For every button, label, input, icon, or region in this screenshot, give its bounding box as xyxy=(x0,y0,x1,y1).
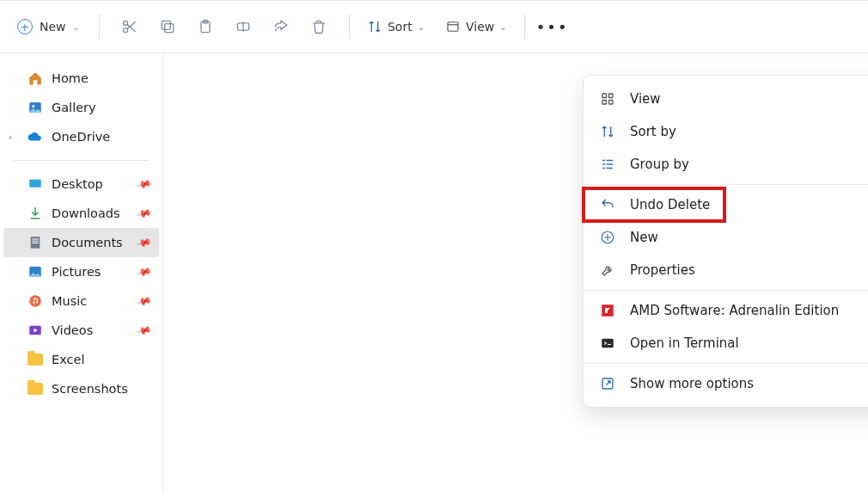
context-menu-item-label: Group by xyxy=(630,157,689,172)
context-menu-item-label: View xyxy=(630,91,661,107)
sidebar-item-label: Videos xyxy=(52,323,93,337)
wrench-icon xyxy=(599,261,616,279)
context-menu-item-sortby[interactable]: Sort by › xyxy=(584,115,868,148)
context-menu-separator xyxy=(584,290,868,291)
context-menu-item-terminal[interactable]: Open in Terminal xyxy=(584,327,868,360)
desktop-icon xyxy=(28,176,43,192)
ellipsis-icon: ••• xyxy=(536,18,569,36)
cloud-icon xyxy=(28,129,43,145)
context-menu-item-label: AMD Software: Adrenalin Edition xyxy=(630,303,839,318)
music-icon xyxy=(28,293,43,309)
context-menu-item-new[interactable]: New › xyxy=(584,221,868,254)
copy-icon xyxy=(159,18,176,35)
sidebar-item-home[interactable]: Home xyxy=(3,64,159,93)
pin-icon: 📌 xyxy=(136,234,153,251)
pin-icon: 📌 xyxy=(136,322,153,339)
sidebar-item-label: Screenshots xyxy=(52,382,128,396)
context-menu-separator xyxy=(584,363,868,364)
gallery-icon xyxy=(28,100,43,115)
view-label: View xyxy=(466,20,494,34)
document-icon xyxy=(28,235,43,250)
sidebar-item-label: Downloads xyxy=(52,206,120,220)
svg-rect-20 xyxy=(602,94,607,98)
context-menu-item-label: Properties xyxy=(630,262,695,278)
sort-icon xyxy=(367,19,382,34)
context-menu-item-undo-delete[interactable]: Undo Delete Ctrl+Z xyxy=(584,188,868,221)
pin-icon: 📌 xyxy=(136,175,153,193)
expand-icon xyxy=(599,375,616,392)
svg-rect-12 xyxy=(32,239,39,240)
sidebar-item-excel[interactable]: Excel xyxy=(3,345,159,374)
main-area: Home Gallery › OneDrive Desktop 📌 xyxy=(0,53,868,492)
amd-icon xyxy=(599,302,616,319)
svg-rect-3 xyxy=(162,21,170,29)
sidebar-item-documents[interactable]: Documents 📌 xyxy=(3,228,159,257)
view-button[interactable]: View ⌄ xyxy=(440,14,512,40)
context-menu-item-label: Open in Terminal xyxy=(630,335,739,351)
sidebar-item-downloads[interactable]: Downloads 📌 xyxy=(3,199,159,228)
context-menu-item-label: Undo Delete xyxy=(630,197,710,212)
toolbar-separator xyxy=(349,15,350,39)
rename-button[interactable] xyxy=(225,9,261,45)
delete-button[interactable] xyxy=(301,9,337,45)
chevron-down-icon: ⌄ xyxy=(418,22,425,32)
grid-icon xyxy=(599,90,616,108)
sidebar-item-screenshots[interactable]: Screenshots xyxy=(3,374,159,403)
svg-point-17 xyxy=(33,302,34,304)
context-menu-item-properties[interactable]: Properties Alt+Enter xyxy=(584,254,868,286)
svg-rect-7 xyxy=(448,22,458,32)
download-icon xyxy=(28,206,43,221)
svg-rect-10 xyxy=(29,180,41,188)
context-menu-item-show-more[interactable]: Show more options xyxy=(584,367,868,400)
sidebar-item-label: Desktop xyxy=(52,177,103,191)
chevron-down-icon: ⌄ xyxy=(73,22,80,32)
svg-rect-22 xyxy=(602,101,607,105)
svg-rect-2 xyxy=(165,24,174,33)
sort-button[interactable]: Sort ⌄ xyxy=(362,14,430,40)
trash-icon xyxy=(310,18,327,35)
context-menu-item-label: New xyxy=(630,230,658,245)
chevron-down-icon: ⌄ xyxy=(499,22,506,32)
plus-circle-icon: + xyxy=(17,19,33,34)
svg-rect-23 xyxy=(609,101,614,105)
sidebar-item-onedrive[interactable]: › OneDrive xyxy=(3,122,159,151)
sidebar-item-videos[interactable]: Videos 📌 xyxy=(3,316,159,345)
sidebar-item-label: Music xyxy=(52,294,87,308)
toolbar-separator xyxy=(99,15,100,39)
sidebar-item-music[interactable]: Music 📌 xyxy=(3,286,159,316)
pin-icon: 📌 xyxy=(136,292,153,310)
sidebar-item-label: Gallery xyxy=(52,101,96,114)
more-button[interactable]: ••• xyxy=(537,9,568,45)
svg-rect-13 xyxy=(32,241,39,242)
toolbar: + New ⌄ Sort ⌄ View ⌄ ••• xyxy=(0,0,868,53)
pictures-icon xyxy=(28,264,43,280)
cut-button[interactable] xyxy=(112,9,148,45)
svg-point-16 xyxy=(29,295,41,307)
pin-icon: 📌 xyxy=(136,205,153,222)
scissors-icon xyxy=(121,18,138,35)
sidebar-divider xyxy=(14,160,149,161)
sidebar-item-gallery[interactable]: Gallery xyxy=(3,93,159,122)
terminal-icon xyxy=(599,335,616,352)
group-icon xyxy=(599,156,616,173)
new-button[interactable]: + New ⌄ xyxy=(10,14,87,40)
paste-button[interactable] xyxy=(187,9,223,45)
context-menu-item-view[interactable]: View › xyxy=(584,83,868,115)
sidebar-item-label: Home xyxy=(52,71,89,85)
svg-point-1 xyxy=(123,28,127,33)
context-menu-item-groupby[interactable]: Group by › xyxy=(584,148,868,181)
layout-icon xyxy=(445,19,461,34)
content-area[interactable]: View › Sort by › Group by › xyxy=(163,53,868,492)
context-menu: View › Sort by › Group by › xyxy=(583,75,868,408)
svg-rect-21 xyxy=(609,94,614,98)
copy-button[interactable] xyxy=(150,9,186,45)
sidebar-item-pictures[interactable]: Pictures 📌 xyxy=(3,257,159,286)
undo-icon xyxy=(599,196,616,213)
sidebar-item-desktop[interactable]: Desktop 📌 xyxy=(3,169,159,199)
sidebar-item-label: Excel xyxy=(52,353,84,366)
home-icon xyxy=(28,71,43,86)
rename-icon xyxy=(235,18,252,35)
context-menu-item-amd[interactable]: AMD Software: Adrenalin Edition xyxy=(584,294,868,327)
share-button[interactable] xyxy=(263,9,299,45)
clipboard-icon xyxy=(197,18,214,35)
